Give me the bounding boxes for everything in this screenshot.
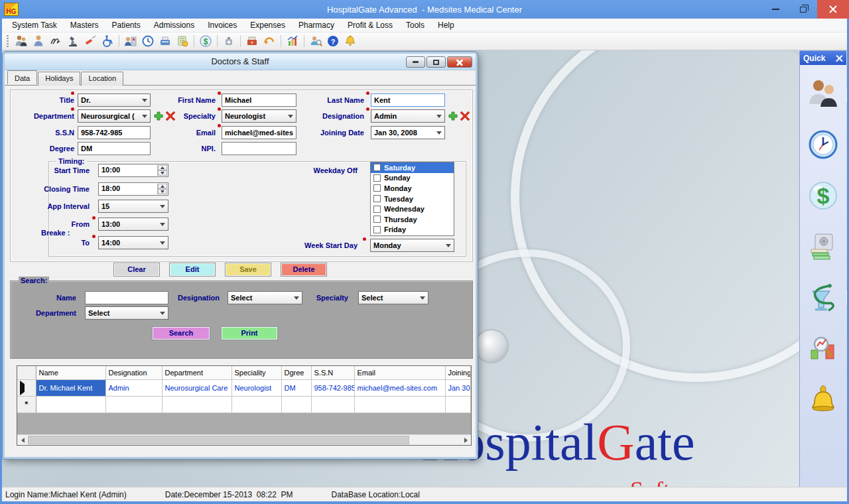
email-input[interactable]: [222, 126, 296, 139]
weekday-item-sunday[interactable]: Sunday: [371, 173, 454, 184]
weekday-item-friday[interactable]: Friday: [371, 225, 454, 235]
staff-group-icon[interactable]: [13, 34, 29, 48]
grid-horizontal-scrollbar[interactable]: [17, 434, 471, 445]
grid-data-row[interactable]: Dr. Michael Kent Admin Neurosurgical Car…: [17, 379, 471, 396]
tab-holidays[interactable]: Holidays: [38, 72, 80, 86]
weekday-item-wednesday[interactable]: Wednesday: [371, 204, 454, 214]
friday-checkbox[interactable]: [373, 226, 381, 233]
grid-col-designation[interactable]: Designation: [105, 366, 162, 379]
new-row-selector[interactable]: *: [17, 396, 36, 412]
cell-dgree[interactable]: DM: [281, 379, 311, 396]
quick-pharmacy-icon[interactable]: [807, 281, 840, 314]
quick-staff-icon[interactable]: [807, 77, 840, 110]
cell-email[interactable]: michael@med-sites.com: [354, 379, 445, 396]
last-name-input[interactable]: [371, 94, 445, 107]
app-interval-combo[interactable]: 15: [98, 200, 168, 213]
week-start-day-combo[interactable]: Monday: [370, 239, 454, 252]
designation-combo[interactable]: Admin: [371, 109, 445, 123]
menu-admissions[interactable]: Admissions: [147, 19, 201, 32]
search-designation-combo[interactable]: Select: [228, 291, 302, 304]
weekday-item-saturday[interactable]: Saturday: [371, 162, 454, 173]
undo-arrow-icon[interactable]: [261, 34, 277, 48]
joining-date-combo[interactable]: Jan 30, 2008: [371, 126, 445, 139]
quick-report-search-icon[interactable]: [807, 332, 840, 365]
user-search-icon[interactable]: [308, 34, 324, 48]
patient-icon[interactable]: [31, 34, 46, 48]
closing-time-down[interactable]: [158, 189, 167, 194]
cashbox-icon[interactable]: [244, 34, 260, 48]
delete-designation-icon[interactable]: [460, 111, 470, 121]
cell-ssn[interactable]: 958-742-985: [311, 379, 354, 396]
cell-designation[interactable]: Admin: [105, 379, 162, 396]
specialty-combo[interactable]: Neurologist: [222, 109, 296, 123]
start-time-up[interactable]: [158, 165, 167, 170]
npi-input[interactable]: [222, 142, 296, 155]
breake-to-combo[interactable]: 14:00: [98, 236, 168, 249]
closing-time-up[interactable]: [158, 184, 167, 189]
add-designation-icon[interactable]: [448, 111, 458, 121]
quick-cash-safe-icon[interactable]: [807, 230, 840, 263]
quick-bell-icon[interactable]: [807, 383, 840, 416]
signature-icon[interactable]: [48, 34, 64, 48]
report-chart-icon[interactable]: [285, 34, 300, 48]
grid-col-email[interactable]: Email: [354, 366, 445, 379]
quick-clock-icon[interactable]: [807, 128, 840, 161]
delete-button[interactable]: Delete: [281, 263, 327, 277]
cell-name[interactable]: Dr. Michael Kent: [36, 379, 105, 396]
degree-input[interactable]: [78, 142, 151, 155]
quick-dollar-icon[interactable]: $: [807, 179, 840, 212]
menu-invoices[interactable]: Invoices: [201, 19, 243, 32]
bell-icon[interactable]: [342, 34, 358, 48]
grid-col-name[interactable]: Name: [36, 366, 105, 379]
menu-help[interactable]: Help: [431, 19, 461, 32]
title-combo[interactable]: Dr.: [78, 94, 151, 107]
closing-time-spinner[interactable]: 18:00: [98, 182, 168, 196]
scroll-right-arrow[interactable]: [460, 435, 471, 445]
search-department-combo[interactable]: Select: [85, 306, 168, 320]
save-button[interactable]: Save: [225, 263, 271, 277]
weekday-item-thursday[interactable]: Thursday: [371, 214, 454, 225]
menu-pharmacy[interactable]: Pharmacy: [292, 19, 341, 32]
edit-button[interactable]: Edit: [169, 263, 216, 277]
admission-icon[interactable]: [123, 34, 139, 48]
menu-system-task[interactable]: System Task: [5, 19, 64, 32]
scrollbar-thumb[interactable]: [28, 436, 409, 444]
weekday-item-monday[interactable]: Monday: [371, 183, 454, 194]
first-name-input[interactable]: [222, 94, 296, 107]
sunday-checkbox[interactable]: [373, 174, 381, 182]
scroll-left-arrow[interactable]: [17, 435, 28, 445]
print-button[interactable]: Print: [221, 326, 278, 340]
tab-location[interactable]: Location: [81, 72, 123, 86]
monday-checkbox[interactable]: [373, 184, 381, 192]
search-button[interactable]: Search: [152, 326, 210, 340]
thursday-checkbox[interactable]: [373, 216, 381, 223]
fax-icon[interactable]: [157, 34, 173, 48]
department-combo[interactable]: Neurosurgical (: [78, 109, 151, 123]
start-time-spinner[interactable]: 10:00: [98, 164, 168, 177]
window-minimize-button[interactable]: [761, 0, 789, 19]
grid-col-dgree[interactable]: Dgree: [281, 366, 311, 379]
wheelchair-icon[interactable]: [99, 34, 115, 48]
ssn-input[interactable]: [78, 126, 151, 139]
tab-data[interactable]: Data: [7, 70, 37, 84]
grid-col-department[interactable]: Department: [162, 366, 231, 379]
billing-icon[interactable]: [174, 34, 190, 48]
injection-icon[interactable]: [82, 34, 98, 48]
cell-speciality[interactable]: Neurologist: [231, 379, 281, 396]
dialog-maximize-button[interactable]: [426, 56, 446, 68]
cell-department[interactable]: Neurosurgical Care: [162, 379, 231, 396]
wednesday-checkbox[interactable]: [373, 206, 381, 213]
menu-masters[interactable]: Masters: [64, 19, 105, 32]
dialog-minimize-button[interactable]: [406, 56, 425, 68]
dollar-icon[interactable]: $: [198, 34, 214, 48]
cell-joining-date[interactable]: Jan 30, 2: [445, 379, 471, 396]
clear-button[interactable]: Clear: [113, 263, 160, 277]
current-row-selector[interactable]: [17, 379, 36, 396]
grid-new-row[interactable]: *: [17, 396, 471, 412]
quick-panel-close-icon[interactable]: [835, 54, 843, 62]
window-restore-button[interactable]: [789, 0, 817, 19]
menu-tools[interactable]: Tools: [399, 19, 431, 32]
breake-from-combo[interactable]: 13:00: [98, 218, 168, 231]
toolbar-grip[interactable]: [7, 35, 9, 47]
clock-icon[interactable]: [140, 34, 156, 48]
